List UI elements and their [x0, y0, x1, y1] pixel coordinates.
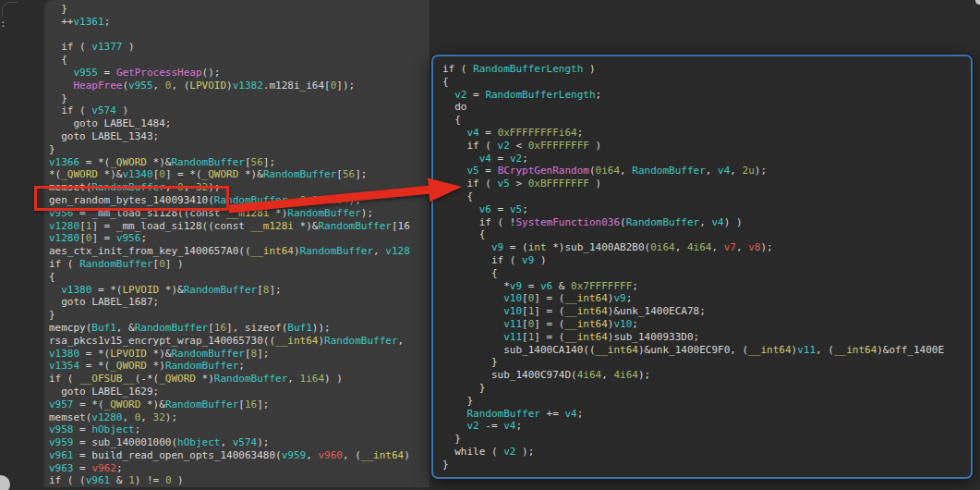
pseudocode-comparison-view: : } ++v1361; if ( v1377 ) { v955 = GetPr… [0, 0, 980, 490]
annotation-arrow [0, 0, 980, 490]
arrow-icon [229, 178, 462, 213]
